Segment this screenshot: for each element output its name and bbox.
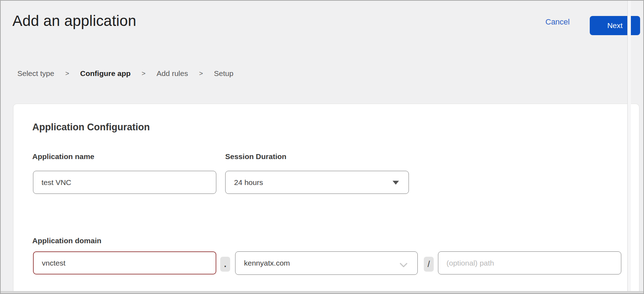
session-duration-label: Session Duration	[225, 152, 287, 161]
breadcrumb-step-configure-app[interactable]: Configure app	[80, 69, 131, 78]
chevron-down-icon	[400, 261, 407, 270]
domain-select[interactable]: kennyatx.com	[235, 251, 418, 275]
domain-dot-separator: .	[220, 257, 230, 272]
breadcrumb: Select type > Configure app > Add rules …	[17, 69, 233, 78]
path-slash-separator: /	[424, 257, 434, 272]
cancel-button[interactable]: Cancel	[545, 17, 570, 27]
session-duration-select[interactable]: 24 hours	[225, 171, 409, 194]
session-duration-value: 24 hours	[234, 178, 263, 187]
breadcrumb-step-setup[interactable]: Setup	[214, 69, 233, 78]
config-card: Application Configuration Application na…	[13, 104, 639, 293]
next-button[interactable]: Next	[590, 16, 640, 35]
breadcrumb-separator: >	[199, 70, 203, 77]
window-bottom-edge	[1, 291, 643, 293]
subdomain-input[interactable]	[33, 251, 216, 274]
caret-down-icon	[393, 181, 399, 185]
domain-select-value: kennyatx.com	[244, 259, 290, 267]
path-input[interactable]	[438, 251, 621, 274]
breadcrumb-step-select-type[interactable]: Select type	[17, 69, 54, 78]
page-title: Add an application	[12, 12, 136, 29]
window: Add an application Cancel Next Select ty…	[0, 0, 644, 294]
application-domain-label: Application domain	[32, 236, 101, 245]
section-title: Application Configuration	[32, 122, 150, 133]
vertical-scrollbar[interactable]	[627, 1, 631, 293]
breadcrumb-separator: >	[141, 70, 145, 77]
breadcrumb-separator: >	[65, 70, 69, 77]
application-name-input[interactable]	[33, 171, 216, 194]
application-name-label: Application name	[32, 152, 94, 161]
breadcrumb-step-add-rules[interactable]: Add rules	[156, 69, 188, 78]
